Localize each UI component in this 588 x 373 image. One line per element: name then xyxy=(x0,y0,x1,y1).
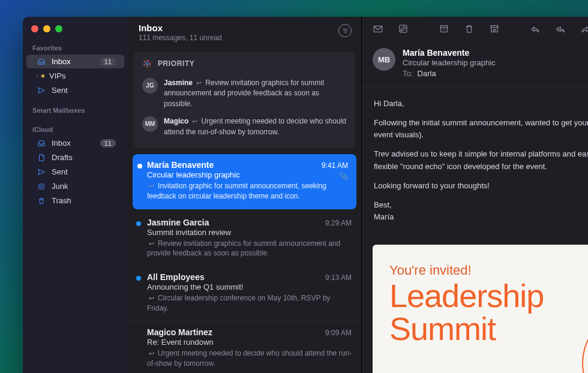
sidebar-item-icloud-sent[interactable]: Sent xyxy=(26,165,124,179)
smart-mailboxes-label: Smart Mailboxes xyxy=(23,103,128,116)
mailbox-title: Inbox xyxy=(139,23,222,33)
drafts-icon xyxy=(36,154,47,162)
reply-icon: ↩︎ xyxy=(194,79,203,86)
chevron-right-icon: › xyxy=(36,73,38,79)
icloud-section-label: iCloud xyxy=(23,122,128,136)
to-label: To: xyxy=(403,69,413,78)
avatar: MM xyxy=(142,116,158,132)
sidebar-item-sent[interactable]: Sent xyxy=(26,83,124,97)
sidebar: Favorites Inbox 11 › ★ VIPs Sent Smart M… xyxy=(23,17,128,373)
email-subject: Circular leadership graphic xyxy=(403,58,496,67)
reply-icon[interactable] xyxy=(530,23,541,34)
window-controls xyxy=(23,24,128,41)
junk-icon[interactable] xyxy=(489,23,500,34)
archive-icon[interactable] xyxy=(439,23,449,34)
sent-icon xyxy=(36,86,47,95)
sidebar-item-drafts[interactable]: Drafts xyxy=(26,151,124,164)
svg-rect-3 xyxy=(374,26,382,32)
body-paragraph: Hi Darla, xyxy=(374,98,588,110)
unread-dot-icon xyxy=(136,221,141,226)
message-sender: All Employees xyxy=(147,272,205,282)
priority-label: PRIORITY xyxy=(158,59,194,68)
reply-icon: ↩︎ xyxy=(149,350,156,357)
message-time: 9:13 AM xyxy=(325,273,352,282)
trash-icon xyxy=(36,197,47,205)
body-paragraph: Looking forward to your thoughts! xyxy=(374,180,588,192)
sidebar-item-inbox[interactable]: Inbox 11 xyxy=(26,55,124,68)
message-row[interactable]: Jasmine Garcia 9:29 AM Summit invitation… xyxy=(128,212,361,267)
invite-title: Leadership Summit xyxy=(389,279,588,345)
priority-header: PRIORITY xyxy=(142,59,347,68)
body-signature: Best, María xyxy=(374,199,588,223)
sidebar-item-label: Sent xyxy=(52,86,116,95)
sidebar-item-icloud-inbox[interactable]: Inbox 11 xyxy=(26,136,124,150)
mail-window: Favorites Inbox 11 › ★ VIPs Sent Smart M… xyxy=(23,17,588,373)
message-preview: ↩︎ Circular leadership conference on May… xyxy=(147,293,352,314)
to-value: Darla xyxy=(418,69,436,78)
close-window-button[interactable] xyxy=(31,25,38,32)
svg-rect-5 xyxy=(440,26,448,28)
message-sender: María Benavente xyxy=(147,160,214,170)
unread-dot-icon xyxy=(137,164,142,169)
message-list-header: Inbox 111 messages, 11 unread xyxy=(128,17,361,48)
message-time: 9:29 AM xyxy=(325,219,352,227)
maximize-window-button[interactable] xyxy=(55,25,62,32)
sender-name: María Benavente xyxy=(403,48,496,58)
unread-badge: 11 xyxy=(100,58,116,66)
sidebar-item-label: Inbox xyxy=(52,139,100,148)
unread-dot-icon xyxy=(136,276,141,281)
reading-pane: MB María Benavente Circular leadership g… xyxy=(362,17,588,373)
priority-section: PRIORITY JG Jasmine ↩︎ Review invitation… xyxy=(134,52,355,148)
sidebar-item-label: Junk xyxy=(52,182,116,191)
envelope-icon[interactable] xyxy=(373,23,383,34)
priority-sender: Magico xyxy=(164,117,188,125)
inbox-icon xyxy=(36,139,47,148)
avatar: JG xyxy=(142,78,158,94)
message-subject: Summit invitation review xyxy=(147,228,352,237)
priority-item[interactable]: MM Magico ↩︎ Urgent meeting needed to de… xyxy=(142,113,347,141)
junk-icon xyxy=(36,182,47,191)
message-preview: ↩︎ Review invitation graphics for summit… xyxy=(147,239,352,259)
unread-badge: 11 xyxy=(100,139,116,148)
forward-icon[interactable] xyxy=(580,23,588,34)
invitation-graphic: You're invited! Leadership Summit xyxy=(373,245,588,373)
message-row[interactable]: María Benavente 9:41 AM Circular leaders… xyxy=(133,154,356,209)
sidebar-item-label: Inbox xyxy=(52,57,100,66)
priority-item[interactable]: JG Jasmine ↩︎ Review invitation graphics… xyxy=(142,74,347,113)
message-row[interactable]: All Employees 9:13 AM Announcing the Q1 … xyxy=(128,266,361,321)
message-header: MB María Benavente Circular leadership g… xyxy=(362,38,588,87)
mailbox-subtitle: 111 messages, 11 unread xyxy=(139,34,222,42)
message-row[interactable]: Magico Martinez 9:09 AM Re: Event rundow… xyxy=(128,321,361,373)
body-paragraph: Trev advised us to keep it simple for in… xyxy=(374,148,588,172)
sidebar-item-label: Trash xyxy=(52,196,116,205)
sidebar-item-label: Sent xyxy=(52,167,116,176)
message-sender: Jasmine Garcia xyxy=(147,218,209,227)
reply-icon: ↩︎ xyxy=(149,240,156,247)
reply-icon: ↩︎ xyxy=(190,118,199,125)
sidebar-item-label: VIPs xyxy=(49,71,116,80)
sidebar-item-junk[interactable]: Junk xyxy=(26,179,124,193)
message-time: 9:41 AM xyxy=(322,161,348,170)
inbox-icon xyxy=(36,58,47,66)
favorites-section-label: Favorites xyxy=(23,41,128,54)
reply-all-icon[interactable] xyxy=(555,23,566,34)
filter-button[interactable] xyxy=(338,24,352,37)
star-icon: ★ xyxy=(40,73,46,79)
trash-icon[interactable] xyxy=(464,23,475,34)
sidebar-item-label: Drafts xyxy=(52,153,116,162)
compose-icon[interactable] xyxy=(398,23,409,34)
sidebar-item-trash[interactable]: Trash xyxy=(26,194,124,207)
svg-point-2 xyxy=(146,62,148,65)
attachment-icon: 📎 xyxy=(339,172,348,181)
message-subject: Re: Event rundown xyxy=(147,338,352,347)
svg-point-1 xyxy=(144,61,151,67)
minimize-window-button[interactable] xyxy=(43,25,50,32)
sidebar-item-vips[interactable]: › ★ VIPs xyxy=(26,69,124,83)
message-list-pane: Inbox 111 messages, 11 unread PRIORITY J… xyxy=(128,17,362,373)
message-time: 9:09 AM xyxy=(325,329,352,337)
message-subject: Circular leadership graphic xyxy=(147,170,348,179)
priority-icon xyxy=(142,59,152,68)
sender-avatar: MB xyxy=(373,48,395,71)
reply-icon: ↩︎ xyxy=(149,294,156,302)
message-body: Hi Darla, Following the initial summit a… xyxy=(362,87,588,241)
